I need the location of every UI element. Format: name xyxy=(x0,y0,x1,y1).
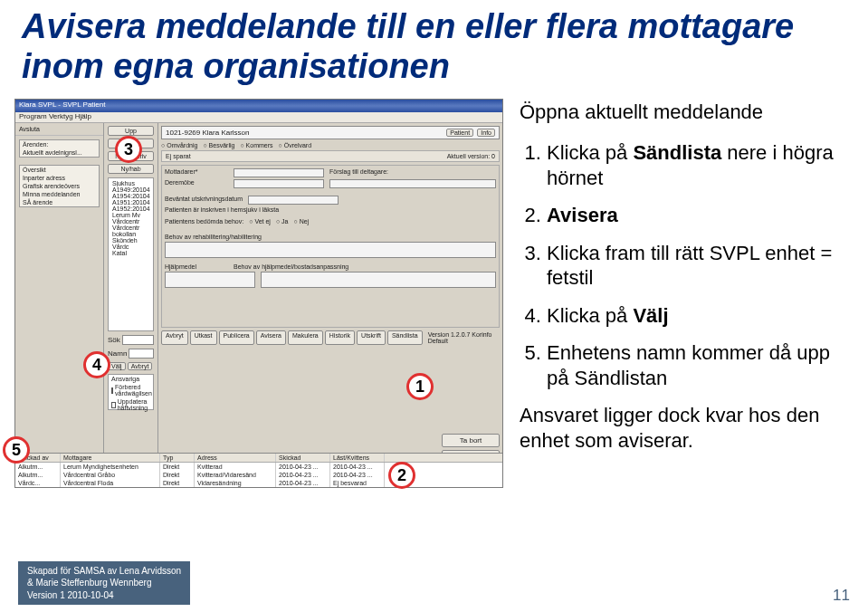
field-input[interactable] xyxy=(248,196,339,205)
col-header: Adress xyxy=(195,454,276,462)
tree-view[interactable]: Sjukhus A1949:20104 A1954:20104 A1951:20… xyxy=(108,177,154,331)
cell: Direkt xyxy=(160,463,195,471)
btn-histork[interactable]: Historik xyxy=(325,330,355,345)
checkbox-icon[interactable] xyxy=(111,402,116,408)
tree-item[interactable]: A1951:20104 xyxy=(110,199,151,206)
slide-title: Avisera meddelande till en eller flera m… xyxy=(0,0,868,90)
radio-label: Vet ej xyxy=(254,218,271,225)
cell: 2010-04-23 ... xyxy=(276,471,330,479)
note-text: Ansvaret ligger dock kvar hos den enhet … xyxy=(520,403,854,453)
cell: Vårdcentral Floda xyxy=(61,479,160,487)
field-input[interactable] xyxy=(165,242,496,258)
step-list: Klicka på Sändlista nere i högra hörnet … xyxy=(520,140,854,390)
radio-option[interactable]: ○ Ja xyxy=(276,218,289,225)
cell: Vårdcentral Gråbo xyxy=(61,471,160,479)
credit-line: Version 1 2010-10-04 xyxy=(27,589,181,602)
btn-publicera[interactable]: Publicera xyxy=(219,330,254,345)
namn-field[interactable] xyxy=(129,349,154,359)
field-label: Mottadarer* xyxy=(165,168,228,177)
window-titlebar: Klara SVPL - SVPL Patient xyxy=(15,100,502,112)
ansvariga-row[interactable]: Uppdatera häftvisning xyxy=(109,397,153,412)
field-input[interactable] xyxy=(234,179,324,188)
table-row[interactable]: Alkutm... Vårdcentral Gråbo Direkt Kvitt… xyxy=(15,471,502,479)
checkbox-icon[interactable] xyxy=(111,387,113,394)
cell: 2010-04-23 ... xyxy=(276,479,330,487)
table-row[interactable]: Alkutm... Lerum Myndighetsenheten Direkt… xyxy=(15,463,502,471)
btn-nyhab[interactable]: Ny/hab xyxy=(108,164,154,174)
ansvariga-label: Uppdatera häftvisning xyxy=(118,398,150,411)
tab[interactable]: Övrelvard xyxy=(279,142,312,148)
btn-avbryt[interactable]: Avbryt xyxy=(161,330,188,345)
footer: Skapad för SAMSA av Lena Arvidsson & Mar… xyxy=(0,556,868,613)
step-bold: Välj xyxy=(633,304,668,327)
step-text: Klicka fram till rätt SVPL enhet = fetst… xyxy=(547,242,832,290)
field-input[interactable] xyxy=(165,272,255,288)
arende-value: Aktuellt avdelnignsl... xyxy=(20,148,99,157)
nav-item[interactable]: Inparter adress xyxy=(20,174,99,182)
btn-avsluta[interactable]: Avsluta xyxy=(15,123,103,136)
step-text: Klicka på xyxy=(547,141,633,164)
radio-option[interactable]: ○ Vet ej xyxy=(249,218,271,225)
tabs: Omvårdnig Besvärlig Kommers Övrelvard xyxy=(161,142,500,148)
nav-item[interactable]: SÅ ärende xyxy=(20,198,99,206)
btn-tabort[interactable]: Ta bort xyxy=(442,434,500,447)
btn-patient[interactable]: Patient xyxy=(446,129,473,137)
btn-utkast[interactable]: Utkast xyxy=(190,330,217,345)
tree-item[interactable]: Vårdcentr xyxy=(110,225,151,231)
namn-label: Namn xyxy=(108,349,127,358)
sok-husid-field[interactable] xyxy=(122,335,154,345)
tree-item[interactable]: Vårdcentr xyxy=(110,218,151,225)
menubar: Program Verktyg Hjälp xyxy=(15,112,502,123)
cell: 2010-04-23 ... xyxy=(330,463,385,471)
btn-info[interactable]: Info xyxy=(477,129,495,137)
table-row[interactable]: Vårdc... Vårdcentral Floda Direkt Vidare… xyxy=(15,479,502,487)
radio-option[interactable]: ○ Nej xyxy=(293,218,309,225)
col-header: Mottagare xyxy=(61,454,160,462)
btn-avbryt-search[interactable]: Avbryt xyxy=(128,362,153,370)
credit-line: & Marie Steffenburg Wennberg xyxy=(27,577,181,589)
tree-item[interactable]: Sjukhus xyxy=(110,180,151,186)
cell: Vårdc... xyxy=(15,479,61,487)
field-input[interactable] xyxy=(329,179,496,188)
tree-item[interactable]: Katal xyxy=(110,250,151,256)
tree-item[interactable]: A1949:20104 xyxy=(110,186,151,193)
mid-panel: Upp Välj Nytt utskriv Ny/hab Sjukhus A19… xyxy=(104,123,158,487)
cell: Lerum Myndighetsenheten xyxy=(61,463,160,471)
page-number: 11 xyxy=(833,587,850,605)
step-item: Klicka på Välj xyxy=(547,303,854,329)
tree-item[interactable]: A1952:20104 xyxy=(110,206,151,212)
send-list-table: Skickad av Mottagare Typ Adress Skickad … xyxy=(15,453,502,487)
tab[interactable]: Kommers xyxy=(240,142,272,148)
step-item: Enhetens namn kommer då upp på Sändlista… xyxy=(547,340,854,390)
tree-item[interactable]: Lerum Mv xyxy=(110,212,151,218)
nav-item[interactable]: Minna meddelanden xyxy=(20,190,99,198)
nav-item[interactable]: Grafisk arendeövers xyxy=(20,182,99,190)
sok-label: Sök xyxy=(108,336,120,344)
btn-makulera[interactable]: Makulera xyxy=(288,330,323,345)
tab[interactable]: Besvärlig xyxy=(203,142,234,148)
tree-item[interactable]: Vårdc xyxy=(110,244,151,250)
search-row: Sök xyxy=(108,335,154,345)
field-input[interactable] xyxy=(261,272,496,288)
field-input[interactable] xyxy=(234,168,324,177)
tree-item[interactable]: Sköndeh xyxy=(110,237,151,244)
cell: Direkt xyxy=(160,479,195,487)
tree-item[interactable]: bokollan xyxy=(110,231,151,237)
field-label: Patienten är inskriven i hemsjukv i läks… xyxy=(165,206,279,213)
tab[interactable]: Omvårdnig xyxy=(161,142,197,148)
left-panel: Avsluta Ärenden: Aktuellt avdelnignsl...… xyxy=(15,123,104,487)
col-header: Läst/Kvittens xyxy=(330,454,385,462)
btn-avisera[interactable]: Avisera xyxy=(256,330,286,345)
patient-id: 1021-9269 Klara Karlsson xyxy=(166,129,250,137)
col-header: Skickad xyxy=(276,454,330,462)
btn-upp[interactable]: Upp xyxy=(108,126,154,136)
col-header: Typ xyxy=(160,454,195,462)
tree-item[interactable]: A1954:20104 xyxy=(110,193,151,199)
nav-item[interactable]: Översikt xyxy=(20,166,99,174)
btn-sandlista[interactable]: Sändlista xyxy=(387,330,423,345)
btn-utskrift[interactable]: Utskrift xyxy=(357,330,386,345)
field-label: Behov av rehabilitering/habilitering xyxy=(165,234,262,240)
cell: 2010-04-23 ... xyxy=(276,463,330,471)
ansvariga-row[interactable]: Förbered vårdwägilsen xyxy=(109,383,153,397)
credit-line: Skapad för SAMSA av Lena Arvidsson xyxy=(27,565,181,578)
